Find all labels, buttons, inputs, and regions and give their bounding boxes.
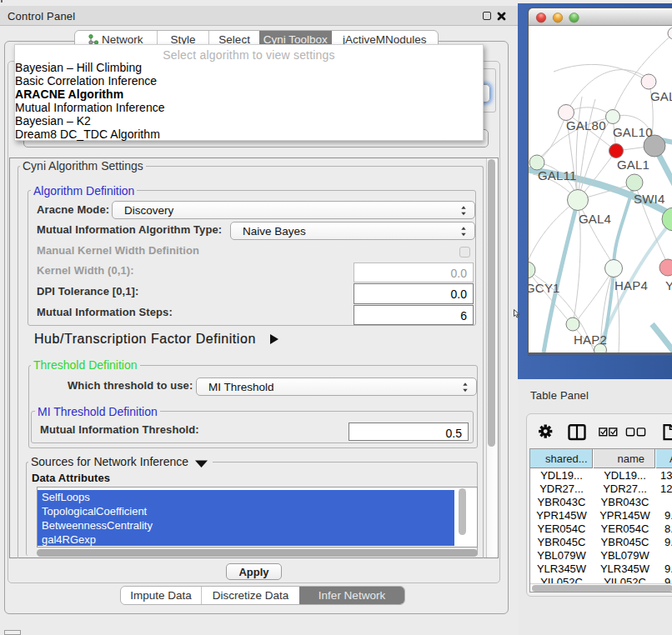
svg-text:GAL80: GAL80 [566, 118, 606, 132]
svg-text:GAL11: GAL11 [538, 168, 577, 182]
svg-text:Y: Y [665, 278, 672, 292]
svg-text:HAP2: HAP2 [574, 332, 607, 347]
svg-text:GAL: GAL [650, 89, 672, 103]
svg-text:GCY1: GCY1 [529, 281, 560, 295]
svg-text:HAP4: HAP4 [614, 278, 648, 292]
svg-text:GAL10: GAL10 [613, 125, 653, 139]
svg-text:GAL1: GAL1 [617, 158, 649, 172]
svg-text:GAL4: GAL4 [579, 212, 611, 226]
svg-text:SWI4: SWI4 [634, 192, 664, 206]
